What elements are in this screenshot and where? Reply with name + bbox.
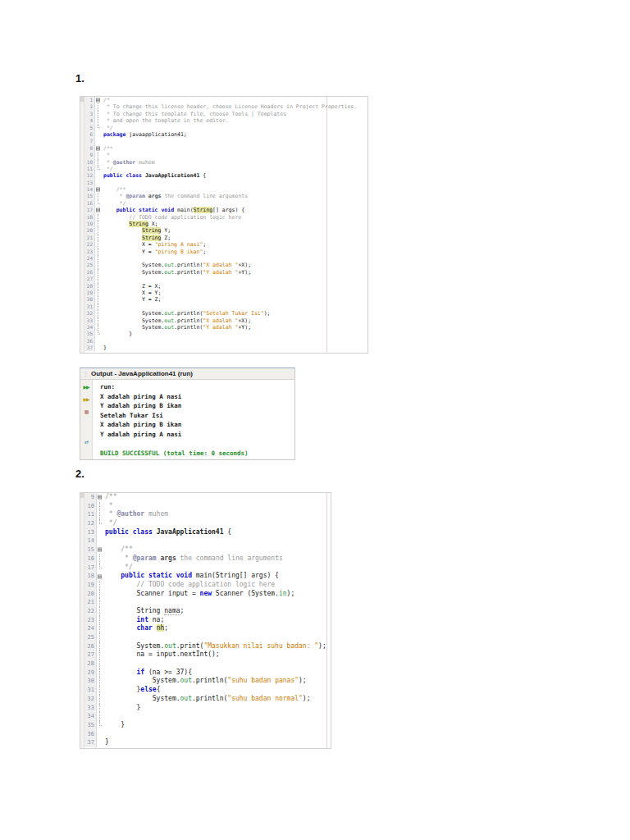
- code-line[interactable]: 25: [84, 633, 331, 642]
- line-number[interactable]: 32: [84, 310, 95, 317]
- code-line[interactable]: 6package javaapplication41;: [84, 131, 368, 138]
- line-number[interactable]: 29: [84, 290, 95, 296]
- line-number[interactable]: 5: [84, 125, 95, 131]
- output-panel-header[interactable]: ⋮ Output - JavaApplication41 (run): [80, 368, 294, 380]
- line-number[interactable]: 35: [84, 721, 97, 730]
- line-number[interactable]: 19: [84, 581, 97, 590]
- line-number[interactable]: 1: [84, 97, 95, 103]
- code-line[interactable]: 27: [84, 276, 368, 282]
- code-line[interactable]: 29 X = Y;: [84, 290, 368, 296]
- code-line[interactable]: 11 */: [84, 166, 368, 172]
- code-line[interactable]: 4 * and open the template in the editor.: [84, 117, 368, 124]
- code-line[interactable]: 32 System.out.println("suhu badan normal…: [84, 695, 331, 704]
- line-number[interactable]: 11: [84, 510, 97, 519]
- code-line[interactable]: 9 *: [84, 152, 368, 158]
- line-number[interactable]: 27: [84, 276, 95, 282]
- code-line[interactable]: 29 if (na >= 37){: [84, 669, 331, 678]
- line-number[interactable]: 17: [84, 564, 97, 573]
- stop-build-button[interactable]: ■: [82, 408, 91, 416]
- line-number[interactable]: 26: [84, 269, 95, 276]
- line-number[interactable]: 24: [84, 255, 95, 262]
- output-settings-button[interactable]: ⇄: [82, 438, 91, 446]
- line-number[interactable]: 31: [84, 686, 97, 695]
- fold-toggle-icon[interactable]: [97, 546, 104, 555]
- code-line[interactable]: 22 String nama;: [84, 607, 331, 616]
- line-number[interactable]: 25: [84, 633, 97, 642]
- code-line[interactable]: 33 }: [84, 704, 331, 713]
- line-number[interactable]: 11: [84, 166, 95, 172]
- code-line[interactable]: 16 */: [84, 200, 368, 207]
- line-number[interactable]: 36: [84, 730, 97, 739]
- fold-toggle-icon[interactable]: [95, 145, 103, 152]
- line-number[interactable]: 28: [84, 283, 95, 290]
- code-line[interactable]: 12 */: [84, 519, 331, 528]
- line-number[interactable]: 12: [84, 519, 97, 528]
- line-number[interactable]: 26: [84, 642, 97, 651]
- rerun-button[interactable]: ▶▶: [82, 383, 91, 391]
- code-line[interactable]: 16 * @param args the command line argume…: [84, 555, 331, 564]
- line-number[interactable]: 6: [84, 131, 95, 138]
- code-line[interactable]: 23 int na;: [84, 616, 331, 625]
- line-number[interactable]: 32: [84, 695, 97, 704]
- code-line[interactable]: 31: [84, 304, 368, 310]
- code-line[interactable]: 14 /**: [84, 186, 368, 193]
- code-line[interactable]: 34 System.out.println("Y adalah "+Y);: [84, 324, 368, 331]
- code-line[interactable]: 14: [84, 536, 331, 546]
- code-line[interactable]: 9/**: [84, 493, 331, 502]
- code-line[interactable]: 22 X = "piring A nasi";: [84, 241, 368, 248]
- line-number[interactable]: 16: [84, 555, 97, 564]
- line-number[interactable]: 14: [84, 186, 95, 193]
- line-number[interactable]: 33: [84, 704, 97, 713]
- code-line[interactable]: 34: [84, 712, 331, 721]
- code-line[interactable]: 21: [84, 598, 331, 607]
- line-number[interactable]: 25: [84, 262, 95, 268]
- code-line[interactable]: 8/**: [84, 145, 368, 152]
- code-line[interactable]: 24 char nh;: [84, 624, 331, 633]
- code-line[interactable]: 36: [84, 730, 331, 739]
- code-line[interactable]: 30 System.out.println("suhu badan panas"…: [84, 677, 331, 686]
- code-line[interactable]: 27 na = input.nextInt();: [84, 651, 331, 660]
- line-number[interactable]: 9: [84, 152, 95, 158]
- fold-toggle-icon[interactable]: [97, 493, 104, 502]
- line-number[interactable]: 20: [84, 227, 95, 234]
- line-number[interactable]: 28: [84, 660, 97, 669]
- line-number[interactable]: 33: [84, 317, 95, 324]
- line-number[interactable]: 24: [84, 624, 97, 633]
- code-line[interactable]: 21 String Z;: [84, 235, 368, 241]
- line-number[interactable]: 15: [84, 193, 95, 199]
- code-line[interactable]: 18 // TODO code application logic here: [84, 214, 368, 221]
- line-number[interactable]: 23: [84, 249, 95, 255]
- code-line[interactable]: 20 String Y;: [84, 227, 368, 234]
- line-number[interactable]: 17: [84, 207, 95, 213]
- line-number[interactable]: 7: [84, 138, 95, 144]
- code-line[interactable]: 10 * @author muhem: [84, 159, 368, 166]
- output-console[interactable]: run:X adalah piring A nasiY adalah pirin…: [93, 380, 294, 459]
- code-line[interactable]: 26 System.out.println("Y adalah "+Y);: [84, 269, 368, 276]
- line-number[interactable]: 31: [84, 304, 95, 310]
- code-line[interactable]: 37}: [84, 345, 368, 351]
- code-line[interactable]: 36: [84, 338, 368, 345]
- line-number[interactable]: 37: [84, 345, 95, 351]
- line-number[interactable]: 30: [84, 677, 97, 686]
- line-number[interactable]: 36: [84, 338, 95, 345]
- code-line[interactable]: 10 *: [84, 502, 331, 511]
- code-line[interactable]: 33 System.out.println("X adalah "+X);: [84, 317, 368, 324]
- line-number[interactable]: 9: [84, 493, 97, 502]
- code-line[interactable]: 25 System.out.println("X adalah "+X);: [84, 262, 368, 268]
- code-line[interactable]: 3 * To change this template file, choose…: [84, 111, 368, 117]
- line-number[interactable]: 8: [84, 145, 95, 152]
- line-number[interactable]: 37: [84, 738, 97, 747]
- fold-toggle-icon[interactable]: [95, 207, 103, 213]
- line-number[interactable]: 14: [84, 536, 97, 546]
- line-number[interactable]: 21: [84, 598, 97, 607]
- code-line[interactable]: 20 Scanner input = new Scanner (System.i…: [84, 590, 331, 599]
- code-line[interactable]: 13: [84, 180, 368, 186]
- code-line[interactable]: 23 Y = "piring B ikan";: [84, 249, 368, 255]
- line-number[interactable]: 13: [84, 180, 95, 186]
- line-number[interactable]: 20: [84, 590, 97, 599]
- code-line[interactable]: 26 System.out.print("Masukkan nilai suhu…: [84, 642, 331, 651]
- editor-code-area[interactable]: 9/**10 *11 * @author muhem12 */13public …: [84, 493, 331, 748]
- line-number[interactable]: 34: [84, 712, 97, 721]
- fold-toggle-icon[interactable]: [95, 97, 103, 103]
- line-number[interactable]: 18: [84, 214, 95, 221]
